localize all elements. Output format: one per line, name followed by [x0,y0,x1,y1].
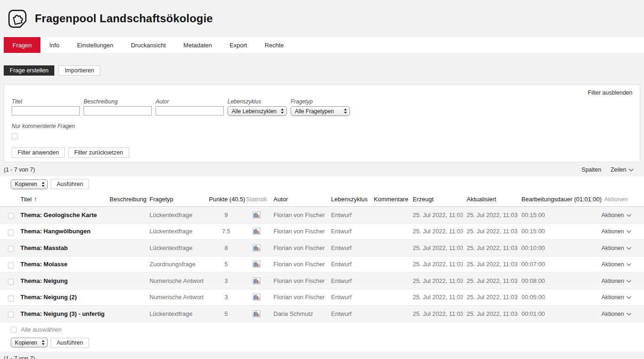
question-author: Florian von Fischer [270,294,327,301]
statistics-icon[interactable] [253,310,260,317]
question-points: 7.5 [209,228,243,235]
tab-rechte[interactable]: Rechte [256,37,293,53]
filter-description-input[interactable] [84,106,152,115]
row-checkbox[interactable] [8,312,14,318]
question-type: Numerische Antwort [146,294,209,301]
header-bearbeitungsdauer[interactable]: Bearbeitungsdauer (01:01:00) [518,196,597,203]
filter-actions: Filter anwenden Filter zurücksetzen [12,147,632,158]
question-author: Florian von Fischer [270,277,327,284]
statistics-icon[interactable] [253,261,260,268]
question-title: Thema: Neigung [17,277,106,284]
row-checkbox[interactable] [8,246,14,252]
select-all-checkbox[interactable] [11,327,17,333]
question-title: Thema: Molasse [17,261,106,268]
table-row: Thema: Hangwölbungen Lückentextfrage 7.5… [0,224,644,240]
row-checkbox[interactable] [8,230,14,236]
question-type: Zuordnungsfrage [146,261,209,268]
table-meta-row: (1 - 7 von 7) Spalten Zeilen [0,162,644,176]
filter-lifecycle-select[interactable]: Alle Lebenszyklen [228,106,287,116]
rows-dropdown[interactable]: Zeilen [611,167,634,173]
chevron-down-icon [626,311,631,317]
row-actions-dropdown[interactable]: Aktionen [601,278,631,284]
chevron-down-icon [629,167,634,173]
row-actions-dropdown[interactable]: Aktionen [601,294,631,301]
statistics-icon[interactable] [253,294,260,301]
filter-title-label: Titel [12,98,80,104]
filter-qtype-select[interactable]: Alle Fragetypen [291,106,350,116]
reset-filter-button[interactable]: Filter zurücksetzen [68,147,129,158]
filter-author-input[interactable] [156,106,224,115]
question-created: 25. Jul 2022, 11:03 [409,294,463,301]
row-actions-dropdown[interactable]: Aktionen [601,228,631,235]
filter-description-label: Beschreibung [84,98,152,104]
header-autor[interactable]: Autor [270,196,327,203]
columns-dropdown[interactable]: Spalten [582,167,601,173]
execute-button-bottom[interactable]: Ausführen [51,338,89,348]
hide-filter-link[interactable]: Filter ausblenden [588,90,632,96]
question-author: Florian von Fischer [270,212,327,218]
create-question-button[interactable]: Frage erstellen [4,65,54,76]
select-arrows-icon [280,108,284,114]
header-punkte[interactable]: Punkte (40.5) [209,196,243,203]
tab-info[interactable]: Info [40,37,68,53]
row-actions-dropdown[interactable]: Aktionen [601,245,631,251]
tab-export[interactable]: Export [221,37,256,53]
bulk-actions-bottom: Kopieren Ausführen [0,337,644,352]
question-updated: 25. Jul 2022, 11:03 [463,294,518,301]
row-checkbox[interactable] [8,263,14,269]
chevron-down-icon [626,278,631,284]
question-type: Lückentextfrage [146,244,209,251]
table-body: Thema: Geologische Karte Lückentextfrage… [0,207,644,322]
row-checkbox[interactable] [8,295,14,301]
question-updated: 25. Jul 2022, 11:03 [463,212,518,218]
header-titel[interactable]: Titel↑ [17,196,106,203]
filter-commented-checkbox[interactable] [12,133,18,139]
result-range-bottom: (1 - 7 von 7) [0,352,644,359]
select-arrows-icon [344,108,347,114]
filter-commented-label: Nur kommentierte Fragen [12,123,632,129]
bulk-action-select-bottom[interactable]: Kopieren [11,338,48,347]
header-erzeugt[interactable]: Erzeugt [409,196,463,203]
select-all-label: Alle auswählen [21,326,61,333]
chevron-down-icon [626,261,631,268]
question-lifecycle: Entwurf [327,294,370,301]
question-author: Florian von Fischer [270,244,327,251]
bulk-action-select-top[interactable]: Kopieren [11,180,48,189]
row-actions-dropdown[interactable]: Aktionen [601,311,631,317]
question-author: Florian von Fischer [270,261,327,268]
bulk-actions-top: Kopieren Ausführen [0,176,644,192]
table-row: Thema: Neigung (3) - unfertig Lückentext… [0,306,644,322]
row-actions-dropdown[interactable]: Aktionen [601,212,631,218]
question-duration: 00:15:00 [518,212,597,218]
question-points: 5 [209,310,243,317]
question-duration: 00:15:00 [518,228,597,235]
header-aktualisiert[interactable]: Aktualisiert [463,196,518,203]
statistics-icon[interactable] [253,277,260,284]
question-points: 5 [209,261,243,268]
execute-button-top[interactable]: Ausführen [51,179,89,189]
header-kommentare[interactable]: Kommentare [370,196,409,203]
filter-title-input[interactable] [12,106,80,115]
import-button[interactable]: Importieren [59,65,100,76]
question-created: 25. Jul 2022, 11:03 [409,212,463,218]
tab-fragen[interactable]: Fragen [4,37,40,53]
statistics-icon[interactable] [253,212,260,218]
header-beschreibung[interactable]: Beschreibung [106,196,146,203]
question-type: Lückentextfrage [146,228,209,235]
statistics-icon[interactable] [253,244,260,251]
tab-einstellungen[interactable]: Einstellungen [68,37,122,53]
header-lebenszyklus[interactable]: Lebenszyklus [327,196,370,203]
row-checkbox[interactable] [8,279,14,285]
question-lifecycle: Entwurf [327,244,370,251]
table-row: Thema: Masstab Lückentextfrage 8 Florian… [0,240,644,256]
question-lifecycle: Entwurf [327,277,370,284]
header-fragetyp[interactable]: Fragetyp [146,196,209,203]
row-checkbox[interactable] [8,213,14,219]
statistics-icon[interactable] [253,228,260,235]
apply-filter-button[interactable]: Filter anwenden [12,147,65,158]
question-created: 25. Jul 2022, 11:03 [409,310,463,317]
tab-druckansicht[interactable]: Druckansicht [122,37,175,53]
question-points: 9 [209,212,243,218]
tab-metadaten[interactable]: Metadaten [175,37,221,53]
row-actions-dropdown[interactable]: Aktionen [601,261,631,268]
